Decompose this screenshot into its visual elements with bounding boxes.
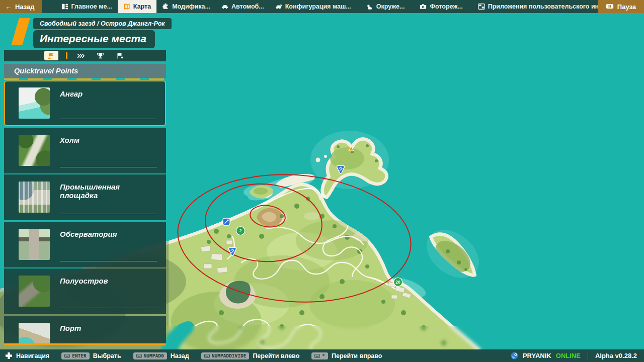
page-header: Свободный заезд / Остров Джангл-Рок Инте… — [15, 18, 172, 48]
item-divider — [60, 167, 157, 167]
filter-trophy-icon[interactable] — [95, 51, 107, 60]
poi-thumbnail — [19, 323, 50, 344]
key-name: NUMPADDIVIDE — [212, 353, 247, 358]
environment-icon — [366, 3, 373, 10]
flag-plus-icon — [116, 52, 124, 59]
hint-label: Перейти влево — [253, 352, 299, 359]
back-button[interactable]: ← Назад — [0, 0, 42, 13]
input-hint: NUMPADDIVIDEПерейти влево — [201, 352, 300, 359]
tab-0[interactable]: Главное ме... — [56, 0, 118, 13]
status-separator — [588, 352, 588, 359]
svg-text:20: 20 — [395, 280, 400, 285]
camera-icon — [420, 3, 427, 10]
filter-chevrons-icon[interactable] — [75, 51, 87, 60]
poi-list-item[interactable]: Холм — [4, 128, 166, 173]
back-arrow-icon: ← — [5, 3, 12, 11]
trophy-icon — [97, 52, 104, 59]
key-name: NUMPAD0 — [144, 353, 164, 358]
key-name: ENTER — [72, 353, 87, 358]
key-badge: * — [311, 352, 328, 359]
filter-caret — [66, 52, 67, 59]
input-hint: NUMPAD0Назад — [133, 352, 189, 359]
pause-icon — [606, 4, 614, 10]
poi-list-item[interactable]: Промышленная площадка — [4, 174, 166, 220]
poi-label: Промышленная площадка — [60, 183, 157, 200]
input-hint: Навигация — [5, 352, 49, 359]
breadcrumb: Свободный заезд / Остров Джангл-Рок — [33, 18, 172, 29]
pause-label: Пауза — [617, 3, 636, 11]
menu-tabs: Главное ме...КартаМодифика...Автомоб...К… — [56, 0, 598, 13]
hint-label: Назад — [171, 352, 189, 359]
poi-thumbnail — [19, 276, 50, 307]
item-divider — [60, 308, 157, 308]
tab-6[interactable]: Фотореж... — [414, 0, 468, 13]
poi-list: АнгарХолмПромышленная площадкаОбсерватор… — [4, 80, 166, 343]
page-title: Интересные места — [33, 30, 155, 48]
svg-text:2: 2 — [239, 228, 242, 233]
chevrons-icon — [77, 52, 85, 59]
map-icon — [123, 3, 130, 10]
filter-race-flag-icon[interactable] — [44, 51, 58, 60]
scroll-indicator[interactable] — [4, 343, 166, 345]
poi-label: Порт — [60, 324, 157, 332]
pause-button[interactable]: Пауза — [598, 0, 644, 13]
keyboard-icon — [64, 354, 70, 358]
status-area: PRYANIK ONLINE Alpha v0.28.2 — [511, 352, 639, 359]
vehicle-config-icon — [275, 3, 282, 10]
tab-label: Фотореж... — [430, 3, 462, 10]
poi-list-item[interactable]: Порт — [4, 316, 166, 344]
poi-label: Обсерватория — [60, 230, 157, 238]
hint-bar: НавигацияENTERВыбратьNUMPAD0НазадNUMPADD… — [0, 349, 644, 362]
hint-label: Перейти вправо — [332, 352, 382, 359]
filter-flag-plus-icon[interactable] — [114, 51, 126, 60]
poi-thumbnail — [19, 229, 50, 260]
tab-map-selected[interactable]: Карта — [118, 0, 156, 13]
poi-label: Полуостров — [60, 277, 157, 285]
poi-label: Холм — [60, 136, 157, 144]
tab-label: Карта — [133, 3, 151, 10]
keyboard-icon — [314, 354, 320, 358]
list-section-header: Quicktravel Points — [4, 64, 166, 78]
input-hint: *Перейти вправо — [311, 352, 382, 359]
tab-label: Окруже... — [376, 3, 405, 10]
marker-sign-square[interactable] — [223, 218, 230, 225]
marker-badge[interactable]: 20 — [394, 278, 403, 287]
tab-3[interactable]: Автомоб... — [216, 0, 270, 13]
tab-4[interactable]: Конфигурация маш... — [270, 0, 357, 13]
mods-puzzle-icon — [162, 3, 169, 10]
tab-2[interactable]: Модифика... — [156, 0, 216, 13]
top-menu-bar: ← Назад Главное ме...КартаМодифика...Авт… — [0, 0, 644, 13]
item-divider — [60, 261, 157, 261]
poi-list-item[interactable]: Полуостров — [4, 268, 166, 314]
key-badge: NUMPADDIVIDE — [201, 352, 250, 359]
item-divider — [60, 119, 156, 119]
marker-badge[interactable]: 2 — [236, 227, 245, 235]
player-name: PRYANIK — [523, 352, 551, 359]
poi-list-item[interactable]: Обсерватория — [4, 222, 166, 267]
race-flag-icon — [47, 52, 55, 59]
ui-apps-icon — [478, 3, 485, 10]
tab-label: Модифика... — [172, 3, 210, 10]
tab-label: Конфигурация маш... — [285, 3, 351, 10]
steam-icon — [511, 352, 518, 359]
poi-thumbnail — [19, 135, 50, 166]
tab-5[interactable]: Окруже... — [361, 0, 411, 13]
key-name: * — [322, 353, 325, 358]
dpad-icon — [5, 352, 13, 359]
hint-label: Навигация — [16, 352, 49, 359]
poi-list-item[interactable]: Ангар — [4, 80, 166, 126]
poi-sidebar: Quicktravel Points АнгарХолмПромышленная… — [4, 64, 166, 345]
focus-dashes — [4, 78, 166, 80]
tab-label: Главное ме... — [71, 3, 112, 10]
keyboard-icon — [136, 354, 142, 358]
poi-thumbnail — [19, 182, 50, 213]
poi-filter-bar — [4, 50, 166, 61]
item-divider — [60, 214, 157, 214]
keyboard-icon — [204, 354, 210, 358]
main-menu-icon — [61, 3, 68, 10]
game-screen: 220 ← Назад Главное ме...КартаМодифика..… — [0, 0, 644, 362]
key-badge: NUMPAD0 — [133, 352, 167, 359]
online-badge: ONLINE — [556, 352, 581, 359]
tab-label: Автомоб... — [231, 3, 264, 10]
back-label: Назад — [15, 3, 35, 11]
